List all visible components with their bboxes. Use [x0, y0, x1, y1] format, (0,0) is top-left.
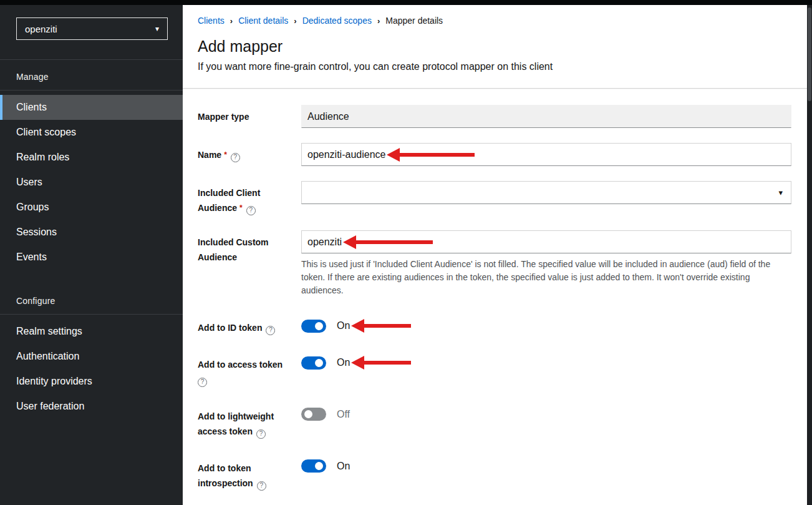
- sidebar-item-authentication[interactable]: Authentication: [0, 344, 183, 369]
- add-to-token-introspection-row: Add to token introspection? On: [198, 456, 791, 491]
- mapper-type-label: Mapper type: [198, 105, 301, 124]
- breadcrumb-client-details-link[interactable]: Client details: [238, 16, 288, 26]
- breadcrumb: Clients › Client details › Dedicated sco…: [198, 16, 792, 26]
- mapper-type-row: Mapper type Audience: [198, 105, 791, 128]
- included-client-audience-label: Included Client Audience*?: [198, 181, 301, 215]
- breadcrumb-current: Mapper details: [385, 16, 443, 26]
- breadcrumb-clients-link[interactable]: Clients: [198, 16, 225, 26]
- add-to-id-token-toggle[interactable]: [301, 320, 326, 333]
- breadcrumb-dedicated-scopes-link[interactable]: Dedicated scopes: [302, 16, 372, 26]
- nav-section-title-configure: Configure: [0, 284, 183, 315]
- add-to-lightweight-access-token-row: Add to lightweight access token? Off: [198, 404, 791, 439]
- required-marker: *: [239, 203, 243, 212]
- masthead-strip: [0, 0, 812, 5]
- included-custom-audience-label: Included Custom Audience: [198, 230, 301, 265]
- sidebar-item-users[interactable]: Users: [0, 170, 183, 195]
- help-icon[interactable]: ?: [246, 206, 256, 215]
- sidebar-item-user-federation[interactable]: User federation: [0, 394, 183, 419]
- name-label: Name*?: [198, 143, 301, 162]
- mapper-type-field: Audience: [301, 105, 791, 128]
- help-icon[interactable]: ?: [256, 429, 266, 439]
- annotation-arrow: [351, 356, 411, 370]
- help-icon[interactable]: ?: [257, 481, 266, 491]
- nav-section-manage: Manage Clients Client scopes Realm roles…: [0, 60, 183, 270]
- included-client-audience-row: Included Client Audience*? ▾: [198, 181, 791, 215]
- chevron-right-icon: ›: [230, 16, 233, 26]
- sidebar-item-clients[interactable]: Clients: [0, 95, 183, 120]
- toggle-state-label: On: [337, 357, 350, 368]
- included-custom-audience-value: openziti: [307, 237, 342, 248]
- name-input[interactable]: openziti-audience: [301, 143, 791, 166]
- toggle-state-label: Off: [337, 409, 350, 420]
- toggle-state-label: On: [337, 461, 350, 472]
- chevron-down-icon: ▾: [778, 188, 785, 197]
- nav-section-title-manage: Manage: [0, 60, 183, 91]
- add-to-id-token-label: Add to ID token?: [198, 316, 301, 335]
- help-icon[interactable]: ?: [231, 153, 240, 162]
- vertical-scrollbar[interactable]: [807, 5, 812, 505]
- toggle-state-label: On: [337, 320, 350, 331]
- annotation-arrow: [351, 319, 411, 333]
- included-custom-audience-helper: This is used just if 'Included Client Au…: [301, 258, 791, 297]
- page-header: Clients › Client details › Dedicated sco…: [183, 5, 807, 89]
- sidebar-item-realm-settings[interactable]: Realm settings: [0, 319, 183, 344]
- nav-section-configure: Configure Realm settings Authentication …: [0, 284, 183, 419]
- add-to-access-token-toggle[interactable]: [301, 356, 326, 370]
- add-to-access-token-label: Add to access token ?: [198, 353, 301, 387]
- page-subtitle: If you want more fine-grain control, you…: [198, 61, 792, 72]
- sidebar-item-sessions[interactable]: Sessions: [0, 220, 183, 245]
- help-icon[interactable]: ?: [198, 378, 207, 387]
- sidebar-item-client-scopes[interactable]: Client scopes: [0, 120, 183, 145]
- sidebar-item-identity-providers[interactable]: Identity providers: [0, 369, 183, 394]
- add-to-token-introspection-label: Add to token introspection?: [198, 456, 301, 491]
- sidebar-item-groups[interactable]: Groups: [0, 195, 183, 220]
- main-content: Clients › Client details › Dedicated sco…: [183, 5, 807, 505]
- chevron-down-icon: ▾: [155, 24, 159, 33]
- add-to-lightweight-access-token-label: Add to lightweight access token?: [198, 404, 301, 439]
- sidebar-item-realm-roles[interactable]: Realm roles: [0, 145, 183, 170]
- name-value: openziti-audience: [307, 149, 385, 160]
- required-marker: *: [224, 150, 227, 159]
- add-to-access-token-row: Add to access token ? On: [198, 353, 791, 387]
- mapper-form: Mapper type Audience Name*? openziti-aud…: [183, 89, 807, 505]
- chevron-right-icon: ›: [377, 16, 380, 26]
- included-custom-audience-row: Included Custom Audience openziti This i…: [198, 230, 791, 297]
- page-title: Add mapper: [198, 37, 792, 56]
- add-to-id-token-row: Add to ID token? On: [198, 316, 791, 335]
- chevron-right-icon: ›: [294, 16, 296, 26]
- name-row: Name*? openziti-audience: [198, 143, 791, 166]
- sidebar-item-events[interactable]: Events: [0, 245, 183, 270]
- sidebar: openziti ▾ Manage Clients Client scopes …: [0, 5, 183, 505]
- add-to-lightweight-access-token-toggle[interactable]: [301, 408, 326, 421]
- help-icon[interactable]: ?: [266, 326, 275, 335]
- annotation-arrow: [387, 148, 475, 162]
- scrollbar-thumb[interactable]: [808, 7, 811, 101]
- mapper-type-value: Audience: [307, 111, 349, 122]
- realm-selector-area: openziti ▾: [0, 5, 183, 60]
- realm-selector-dropdown[interactable]: openziti ▾: [16, 17, 168, 40]
- annotation-arrow: [343, 235, 433, 249]
- included-custom-audience-input[interactable]: openziti: [301, 230, 791, 253]
- add-to-token-introspection-toggle[interactable]: [301, 459, 326, 473]
- included-client-audience-select[interactable]: ▾: [301, 181, 791, 204]
- current-realm-label: openziti: [25, 24, 57, 34]
